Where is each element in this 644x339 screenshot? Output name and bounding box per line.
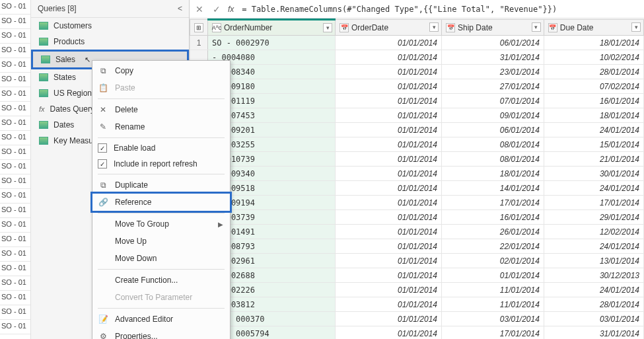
cell-date[interactable]: 13/01/2014 <box>544 254 643 268</box>
cell-date[interactable]: 01/01/2014 <box>336 196 442 210</box>
cell-date[interactable]: 01/01/2014 <box>336 210 442 225</box>
date-type-icon[interactable]: 📅 <box>548 23 557 32</box>
cell-date[interactable]: 01/01/2014 <box>442 268 544 283</box>
cell-ordernumber[interactable]: SO - 0002970 <box>208 36 336 50</box>
table-row[interactable]: - 001073901/01/201408/01/201421/01/2014 <box>190 152 644 167</box>
cell-date[interactable]: 22/01/2014 <box>442 239 544 254</box>
cell-date[interactable]: 03/01/2014 <box>442 312 544 326</box>
cell-date[interactable]: 18/01/2014 <box>442 167 544 181</box>
cell-date[interactable]: 01/01/2014 <box>336 268 442 283</box>
cell-date[interactable]: 16/01/2014 <box>442 210 544 225</box>
cell-date[interactable]: 07/01/2014 <box>442 94 544 108</box>
filter-dropdown-icon[interactable]: ▾ <box>323 23 332 32</box>
query-item-products[interactable]: Products <box>31 34 189 50</box>
column-header-orderdate[interactable]: 📅OrderDate▾ <box>336 20 442 36</box>
ctx-advanced-editor[interactable]: 📝Advanced Editor <box>92 311 230 328</box>
table-row[interactable]: 20SO - 00037001/01/201403/01/201403/01/2… <box>190 312 644 326</box>
table-row[interactable]: - 000381201/01/201411/01/201428/01/2014 <box>190 297 644 312</box>
table-row[interactable]: - 000325501/01/201408/01/201415/01/2014 <box>190 137 644 152</box>
cell-date[interactable]: 27/01/2014 <box>442 79 544 94</box>
cell-date[interactable]: 08/01/2014 <box>442 137 544 152</box>
ctx-include-refresh[interactable]: ✓Include in report refresh <box>92 156 230 172</box>
table-row[interactable]: - 000920101/01/201406/01/201424/01/2014 <box>190 123 644 137</box>
cell-date[interactable]: 21/01/2014 <box>544 152 643 167</box>
fx-icon[interactable]: fx <box>228 5 234 14</box>
cell-date[interactable]: 01/01/2014 <box>336 137 442 152</box>
cell-date[interactable]: 24/01/2014 <box>544 181 643 196</box>
cell-date[interactable]: 01/01/2014 <box>336 312 442 326</box>
cell-date[interactable]: 01/01/2014 <box>336 65 442 79</box>
text-type-icon[interactable]: Aᴮc <box>212 23 221 32</box>
cell-date[interactable]: 31/01/2014 <box>442 50 544 65</box>
cell-date[interactable]: 28/01/2014 <box>544 65 643 79</box>
cell-date[interactable]: 01/01/2014 <box>336 50 442 65</box>
cell-date[interactable]: 18/01/2014 <box>544 108 643 123</box>
ctx-rename[interactable]: ✎Rename <box>92 118 230 135</box>
table-row[interactable]: - 000296101/01/201402/01/201413/01/2014 <box>190 254 644 268</box>
table-row[interactable]: - 000149101/01/201426/01/201412/02/2014 <box>190 225 644 239</box>
column-header-ship-date[interactable]: 📅Ship Date▾ <box>442 20 544 36</box>
cell-date[interactable]: 30/01/2014 <box>544 167 643 181</box>
cell-date[interactable]: 01/01/2014 <box>336 167 442 181</box>
ctx-create-function[interactable]: Create Function... <box>92 272 230 289</box>
ctx-reference[interactable]: 🔗Reference <box>90 192 232 213</box>
collapse-icon[interactable]: < <box>178 4 182 13</box>
cell-date[interactable]: 06/01/2014 <box>442 123 544 137</box>
cell-date[interactable]: 18/01/2014 <box>544 36 643 50</box>
cell-date[interactable]: 23/01/2014 <box>442 65 544 79</box>
ctx-properties[interactable]: ⚙Properties... <box>92 328 230 339</box>
cell-date[interactable]: 29/01/2014 <box>544 210 643 225</box>
column-header-due-date[interactable]: 📅Due Date▾ <box>544 20 643 36</box>
table-row[interactable]: - 000373901/01/201416/01/201429/01/2014 <box>190 210 644 225</box>
cell-date[interactable]: 28/01/2014 <box>544 297 643 312</box>
cancel-icon[interactable]: ✕ <box>194 4 205 15</box>
cell-date[interactable]: 10/02/2014 <box>544 50 643 65</box>
table-row[interactable]: - 000934001/01/201418/01/201430/01/2014 <box>190 167 644 181</box>
table-row[interactable]: - 000222601/01/201411/01/201424/01/2014 <box>190 283 644 297</box>
cell-date[interactable]: 24/01/2014 <box>544 283 643 297</box>
table-row[interactable]: - 000408001/01/201431/01/201410/02/2014 <box>190 50 644 65</box>
cell-date[interactable]: 11/01/2014 <box>442 297 544 312</box>
table-row[interactable]: - 000951801/01/201414/01/201424/01/2014 <box>190 181 644 196</box>
cell-date[interactable]: 01/01/2014 <box>336 225 442 239</box>
row-number[interactable]: 1 <box>190 36 208 50</box>
table-row[interactable]: 1SO - 000297001/01/201406/01/201418/01/2… <box>190 36 644 50</box>
cell-date[interactable]: 17/01/2014 <box>442 326 544 340</box>
cell-date[interactable]: 01/01/2014 <box>336 123 442 137</box>
cell-date[interactable]: 08/01/2014 <box>442 152 544 167</box>
cell-date[interactable]: 01/01/2014 <box>336 239 442 254</box>
cell-date[interactable]: 01/01/2014 <box>336 254 442 268</box>
ctx-move-up[interactable]: Move Up <box>92 233 230 250</box>
cell-date[interactable]: 01/01/2014 <box>336 181 442 196</box>
cell-date[interactable]: 07/02/2014 <box>544 79 643 94</box>
table-row[interactable]: - 000919401/01/201417/01/201417/01/2014 <box>190 196 644 210</box>
cell-date[interactable]: 16/01/2014 <box>544 94 643 108</box>
filter-dropdown-icon[interactable]: ▾ <box>631 22 641 32</box>
cell-date[interactable]: 30/12/2013 <box>544 268 643 283</box>
cell-date[interactable]: 11/01/2014 <box>442 283 544 297</box>
queries-header[interactable]: Queries [8] < <box>31 0 189 18</box>
date-type-icon[interactable]: 📅 <box>446 23 455 32</box>
cell-date[interactable]: 01/01/2014 <box>336 108 442 123</box>
cell-date[interactable]: 02/01/2014 <box>442 254 544 268</box>
table-row[interactable]: - 000745301/01/201409/01/201418/01/2014 <box>190 108 644 123</box>
filter-dropdown-icon[interactable]: ▾ <box>532 22 541 32</box>
data-grid[interactable]: ⊞AᴮcOrderNumber▾📅OrderDate▾📅Ship Date▾📅D… <box>190 19 644 339</box>
cell-date[interactable]: 06/01/2014 <box>442 36 544 50</box>
cell-date[interactable]: 17/01/2014 <box>544 196 643 210</box>
cell-date[interactable]: 03/01/2014 <box>544 312 643 326</box>
table-row[interactable]: - 000111901/01/201407/01/201416/01/2014 <box>190 94 644 108</box>
cell-date[interactable]: 26/01/2014 <box>442 225 544 239</box>
query-item-customers[interactable]: Customers <box>31 18 189 34</box>
table-row[interactable]: 21SO - 000579401/01/201417/01/201431/01/… <box>190 326 644 340</box>
table-row[interactable]: - 000834001/01/201423/01/201428/01/2014 <box>190 65 644 79</box>
cell-date[interactable]: 14/01/2014 <box>442 181 544 196</box>
table-row[interactable]: - 000268801/01/201401/01/201430/12/2013 <box>190 268 644 283</box>
cell-date[interactable]: 01/01/2014 <box>336 94 442 108</box>
formula-input[interactable] <box>239 3 640 15</box>
cell-date[interactable]: 01/01/2014 <box>336 79 442 94</box>
ctx-delete[interactable]: ✕Delete <box>92 101 230 118</box>
cell-date[interactable]: 09/01/2014 <box>442 108 544 123</box>
cell-date[interactable]: 01/01/2014 <box>336 326 442 340</box>
ctx-enable-load[interactable]: ✓Enable load <box>92 140 230 156</box>
